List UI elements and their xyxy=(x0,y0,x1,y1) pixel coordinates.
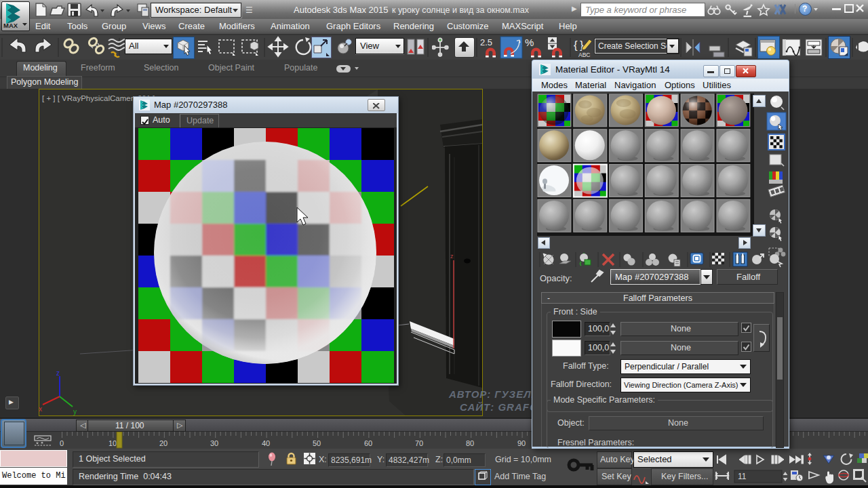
svg-text:z: z xyxy=(56,369,60,377)
svg-text:30: 30 xyxy=(210,439,218,447)
svg-text:ABC: ABC xyxy=(578,52,590,58)
svg-text:x: x xyxy=(39,405,42,413)
svg-text:40: 40 xyxy=(262,439,270,447)
svg-text:80: 80 xyxy=(466,439,474,447)
svg-text:11: 11 xyxy=(738,472,747,481)
svg-text:y: y xyxy=(73,408,77,415)
svg-text:10: 10 xyxy=(108,439,117,447)
svg-text:0: 0 xyxy=(60,439,64,447)
svg-text:MAX: MAX xyxy=(3,22,18,29)
svg-text:70: 70 xyxy=(415,439,423,447)
svg-text:60: 60 xyxy=(364,439,372,447)
svg-text:90: 90 xyxy=(517,439,526,447)
svg-text:20: 20 xyxy=(159,439,167,447)
svg-text:2.5: 2.5 xyxy=(480,37,492,47)
svg-text:50: 50 xyxy=(313,439,321,447)
svg-text:%: % xyxy=(525,37,534,48)
svg-text:z: z xyxy=(450,253,454,260)
